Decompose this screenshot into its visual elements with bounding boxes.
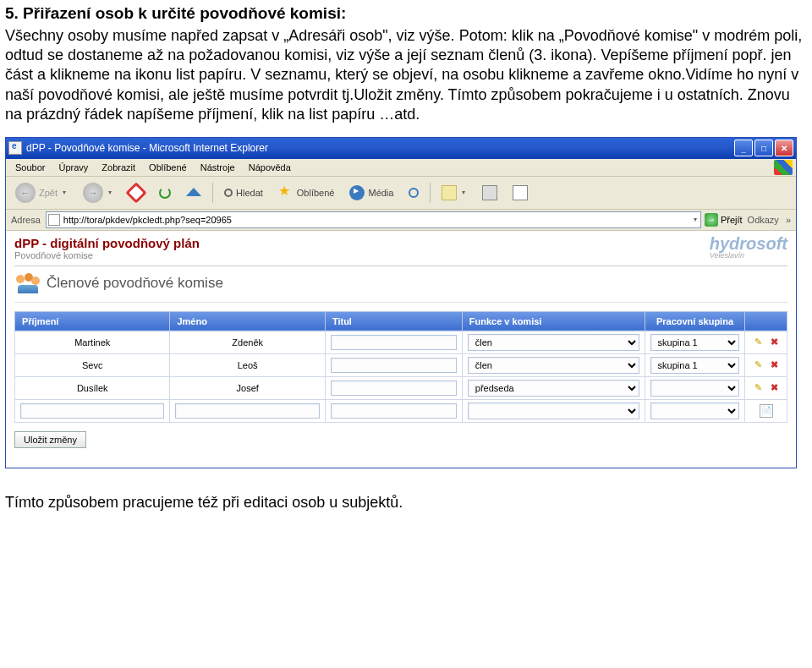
doc-footer: Tímto způsobem pracujeme též při editaci… [0, 468, 812, 520]
address-bar: Adresa ▾ → Přejít Odkazy » [6, 210, 796, 231]
cell-jmeno: Josef [237, 383, 259, 393]
edit-button[interactable] [507, 182, 534, 204]
go-arrow-icon: → [705, 213, 718, 227]
section-title: Členové povodňové komise [47, 275, 223, 292]
back-arrow-icon: ← [15, 183, 36, 203]
cell-titul-input[interactable] [331, 358, 457, 373]
links-chevron-icon[interactable]: » [784, 215, 793, 225]
cell-jmeno: Zdeněk [232, 337, 263, 348]
forward-button[interactable]: → ▾ [77, 179, 119, 206]
save-button[interactable]: Uložit změny [14, 431, 86, 448]
app-subtitle: Povodňové komise [14, 250, 200, 260]
links-label[interactable]: Odkazy [746, 215, 781, 225]
maximize-button[interactable]: □ [754, 140, 773, 156]
windows-flag-icon [774, 160, 793, 175]
media-label: Média [368, 188, 393, 198]
add-row-icon[interactable]: 📄 [760, 404, 773, 418]
cell-titul-input[interactable] [331, 335, 457, 350]
col-prijmeni: Příjmení [15, 311, 170, 331]
edit-row-icon[interactable]: ✎ [751, 359, 765, 372]
cell-skupina-select[interactable]: skupina 1 [650, 357, 740, 374]
home-button[interactable] [180, 186, 207, 200]
col-jmeno: Jméno [170, 311, 325, 331]
media-icon [349, 185, 365, 200]
history-icon [409, 188, 419, 198]
menu-napoveda[interactable]: Nápověda [243, 161, 297, 174]
address-input-wrap[interactable]: ▾ [46, 211, 701, 228]
favorites-label: Oblíbené [297, 188, 335, 198]
forward-dropdown-icon[interactable]: ▾ [107, 189, 113, 196]
doc-heading: 5. Přiřazení osob k určité povodňové kom… [5, 3, 807, 25]
menu-zobrazit[interactable]: Zobrazit [96, 161, 141, 174]
cell-prijmeni: Sevc [82, 360, 102, 370]
forward-arrow-icon: → [83, 183, 103, 203]
edit-row-icon[interactable]: ✎ [751, 336, 765, 349]
refresh-icon [159, 187, 171, 199]
address-input[interactable] [63, 213, 692, 227]
star-icon: ★ [278, 185, 294, 200]
cell-titul-input[interactable] [331, 403, 457, 419]
stop-button[interactable] [123, 182, 150, 204]
menubar: Soubor Úpravy Zobrazit Oblíbené Nástroje… [6, 159, 796, 177]
page-content: dPP - digitální povodňový plán Povodňové… [6, 231, 796, 468]
back-label: Zpět [39, 188, 58, 198]
hydrosoft-logo: hydrosoft [710, 236, 787, 251]
cell-prijmeni: Martinek [74, 337, 110, 348]
minimize-button[interactable]: _ [734, 140, 753, 156]
cell-skupina-select[interactable] [650, 402, 740, 419]
print-button[interactable] [476, 182, 503, 204]
cell-prijmeni: Dusílek [77, 383, 108, 393]
cell-funkce-select[interactable]: předseda [468, 380, 639, 397]
menu-soubor[interactable]: Soubor [9, 161, 51, 174]
delete-row-icon[interactable]: ✖ [767, 359, 781, 372]
col-skupina: Pracovní skupina [645, 311, 745, 331]
back-dropdown-icon[interactable]: ▾ [61, 189, 68, 196]
close-button[interactable]: ✕ [775, 140, 793, 156]
edit-row-icon[interactable]: ✎ [751, 381, 765, 395]
cell-skupina-select[interactable] [650, 380, 740, 397]
toolbar: ← Zpět ▾ → ▾ Hledat ★ Oblíbené Média ▾ [6, 177, 796, 210]
search-button[interactable]: Hledat [218, 184, 269, 201]
cell-jmeno: Leoš [238, 360, 258, 370]
doc-body: Všechny osoby musíme napřed zapsat v „Ad… [5, 26, 807, 125]
address-dropdown-icon[interactable]: ▾ [692, 216, 699, 223]
ie-icon [8, 141, 22, 155]
people-icon [16, 273, 40, 293]
cell-titul-input[interactable] [331, 381, 457, 396]
go-button[interactable]: → Přejít [705, 213, 743, 227]
titlebar: dPP - Povodňové komise - Microsoft Inter… [6, 138, 796, 159]
mail-button[interactable]: ▾ [436, 182, 473, 204]
window-title: dPP - Povodňové komise - Microsoft Inter… [26, 142, 734, 154]
cell-funkce-select[interactable]: člen [468, 357, 639, 374]
media-button[interactable]: Média [343, 182, 399, 204]
table-row: MartinekZdeněkčlenskupina 1✎✖ [15, 331, 787, 353]
stop-icon [125, 182, 146, 203]
go-label: Přejít [721, 215, 743, 225]
cell-skupina-select[interactable]: skupina 1 [650, 334, 740, 351]
col-titul: Titul [325, 311, 462, 331]
cell-jmeno-input[interactable] [175, 403, 319, 419]
history-button[interactable] [403, 184, 425, 201]
table-row: 📄 [15, 399, 787, 422]
menu-upravy[interactable]: Úpravy [52, 161, 94, 174]
cell-prijmeni-input[interactable] [20, 403, 164, 419]
refresh-button[interactable] [153, 183, 177, 202]
print-icon [482, 185, 497, 200]
table-row: SevcLeoščlenskupina 1✎✖ [15, 353, 787, 376]
page-icon [48, 214, 60, 226]
delete-row-icon[interactable]: ✖ [767, 381, 781, 395]
delete-row-icon[interactable]: ✖ [767, 336, 781, 349]
edit-icon [513, 185, 528, 200]
cell-funkce-select[interactable] [468, 402, 639, 419]
col-actions [745, 311, 787, 331]
col-funkce: Funkce v komisi [462, 311, 645, 331]
mail-icon [442, 185, 457, 200]
favorites-button[interactable]: ★ Oblíbené [272, 182, 341, 204]
back-button[interactable]: ← Zpět ▾ [9, 179, 74, 206]
search-label: Hledat [236, 188, 263, 198]
browser-window: dPP - Povodňové komise - Microsoft Inter… [5, 137, 797, 468]
cell-funkce-select[interactable]: člen [468, 334, 639, 351]
members-table: Příjmení Jméno Titul Funkce v komisi Pra… [14, 311, 787, 423]
menu-nastroje[interactable]: Nástroje [195, 161, 241, 174]
menu-oblibene[interactable]: Oblíbené [143, 161, 193, 174]
